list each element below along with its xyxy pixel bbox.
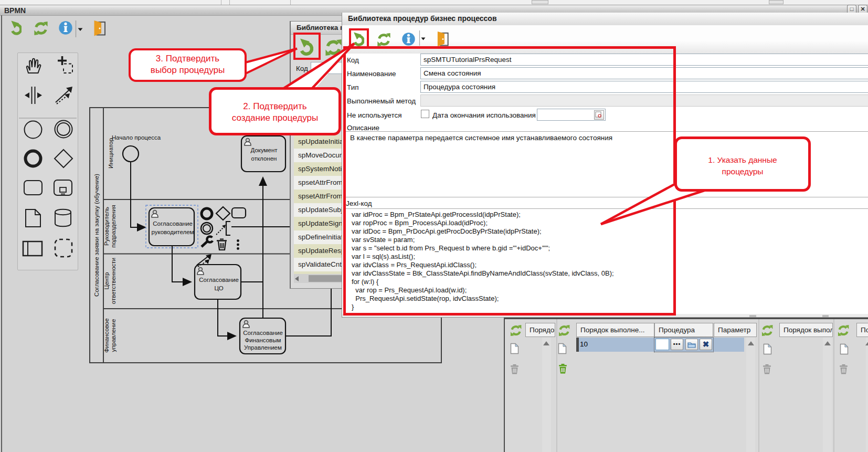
svg-text:Финансовое: Финансовое bbox=[103, 318, 110, 352]
svg-text:Финансовым: Финансовым bbox=[245, 337, 281, 343]
svg-text:руководителем: руководителем bbox=[152, 229, 194, 235]
svg-text:Согласование: Согласование bbox=[199, 277, 239, 283]
svg-text:Начало процесса: Начало процесса bbox=[112, 134, 161, 141]
svg-text:Согласование: Согласование bbox=[153, 220, 193, 227]
svg-text:Согласование: Согласование bbox=[243, 330, 283, 336]
svg-text:Центр: Центр bbox=[103, 272, 110, 290]
svg-text:Инициатор: Инициатор bbox=[108, 138, 114, 169]
svg-text:Согласование заявки на закупку: Согласование заявки на закупку (обучение… bbox=[93, 174, 100, 297]
svg-text:Руководитель: Руководитель bbox=[103, 207, 110, 246]
svg-text:ответственности: ответственности bbox=[110, 258, 117, 304]
svg-text:Документ: Документ bbox=[250, 147, 278, 153]
svg-text:подразделения: подразделения bbox=[110, 205, 117, 248]
svg-text:управление: управление bbox=[110, 319, 117, 352]
svg-text:Управлением: Управлением bbox=[244, 344, 282, 351]
svg-text:отклонен: отклонен bbox=[251, 155, 277, 162]
svg-text:ЦО: ЦО bbox=[214, 285, 223, 291]
